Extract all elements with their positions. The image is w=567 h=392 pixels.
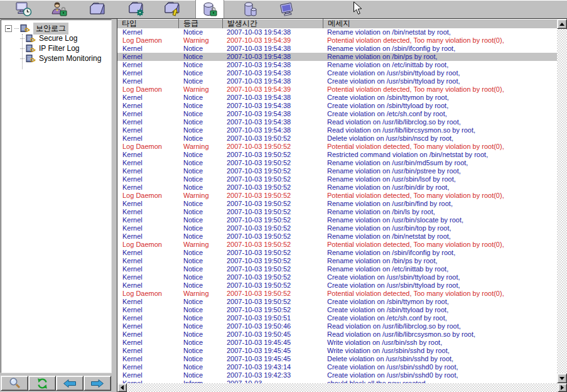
table-row[interactable]: Log DaemonWarning2007-10-03 19:54:39Pote… (117, 85, 557, 94)
table-row[interactable]: Log DaemonWarning2007-10-03 19:50:52Pote… (117, 143, 557, 151)
cell-time: 2007-10-03 19:54:38 (222, 69, 323, 77)
sidebar-item-system-monitoring[interactable]: System Monitoring (1, 53, 111, 63)
log-tree-panel: 보안로그 Secure Log IP Filter Log (1, 19, 112, 373)
cell-message: Rename violation on /usr/bin/dir by root… (323, 183, 557, 192)
cell-time: 2007-10-03 19:45:45 (222, 339, 323, 347)
table-row[interactable]: KernelNotice2007-10-03 19:50:45Read viol… (117, 330, 557, 339)
tree-collapse-box[interactable] (5, 25, 12, 32)
table-row[interactable]: KernelNotice2007-10-03 19:54:38Create vi… (117, 77, 557, 85)
scroll-left-button[interactable] (117, 383, 127, 392)
folder-icon (88, 1, 107, 18)
table-row[interactable]: KernelNotice2007-10-03 19:54:38Rename vi… (117, 28, 557, 36)
table-row[interactable]: KernelNotice2007-10-03 19:50:52Create vi… (117, 273, 557, 281)
table-row[interactable]: KernelNotice2007-10-03 19:50:52Rename vi… (117, 265, 557, 273)
cell-time: 2007-10-03 19:50:52 (222, 151, 323, 159)
column-header-type[interactable]: 타입 (117, 19, 178, 28)
toolbar-button-log-database[interactable] (195, 0, 224, 18)
table-row[interactable]: KernelNotice2007-10-03 19:50:52Rename vi… (117, 224, 557, 232)
table-row[interactable]: KernelNotice2007-10-03 19:54:38Read viol… (117, 126, 557, 134)
back-button[interactable] (56, 376, 84, 391)
horizontal-scroll-thumb[interactable] (127, 383, 509, 392)
table-row[interactable]: KernelNotice2007-10-03 19:50:46Read viol… (117, 322, 557, 330)
table-row[interactable]: KernelNotice2007-10-03 19:50:52Rename vi… (117, 167, 557, 175)
table-row[interactable]: KernelNotice2007-10-03 19:50:51Create vi… (117, 314, 557, 322)
cell-message: Create violation on /sbin/ttymon by root… (323, 298, 557, 306)
search-button[interactable] (1, 376, 28, 391)
table-row[interactable]: KernelNotice2007-10-03 19:50:52Rename vi… (117, 249, 557, 257)
table-row[interactable]: KernelNotice2007-10-03 19:50:52Create vi… (117, 298, 557, 306)
table-row[interactable]: Log DaemonWarning2007-10-03 19:54:39Pote… (117, 36, 557, 45)
table-row[interactable]: KernelNotice2007-10-03 19:54:38Read viol… (117, 118, 557, 126)
cell-type: Kernel (117, 249, 178, 257)
toolbar-button-folder[interactable] (83, 1, 112, 18)
cell-level: Notice (178, 371, 222, 379)
column-header-level[interactable]: 등급 (178, 19, 222, 28)
cell-message: Create violation on /etc/sh.conf by root… (323, 110, 557, 118)
cell-level: Notice (178, 232, 222, 241)
table-row[interactable]: KernelNotice2007-10-03 19:50:52Rename vi… (117, 208, 557, 216)
table-row[interactable]: Log DaemonWarning2007-10-03 19:50:52Pote… (117, 290, 557, 298)
sidebar-item-secure-log[interactable]: Secure Log (1, 33, 111, 43)
tree-root-label[interactable]: 보안로그 (33, 23, 68, 35)
table-row[interactable]: KernelNotice2007-10-03 19:50:52Rename vi… (117, 159, 557, 167)
cell-type: Kernel (117, 61, 178, 69)
table-row[interactable]: KernelNotice2007-10-03 19:54:38Create vi… (117, 102, 557, 110)
toolbar-button-database[interactable] (235, 1, 264, 18)
table-row[interactable]: KernelNotice2007-10-03 19:54:38Rename vi… (117, 45, 557, 53)
column-header-time[interactable]: 발생시간 (222, 19, 323, 28)
horizontal-scrollbar[interactable] (117, 383, 567, 392)
toolbar-button-user-security[interactable] (45, 1, 73, 18)
cell-time: 2007-10-03 19:50:52 (222, 306, 323, 314)
security-log-viewer: { "toolbar": { "icons": ["system-time-ic… (0, 0, 567, 392)
cell-time: 2007-10-03 19:50:52 (222, 167, 323, 175)
table-row[interactable]: KernelNotice2007-10-03 19:54:38Create vi… (117, 94, 557, 102)
vertical-scroll-thumb[interactable] (557, 55, 567, 356)
table-row[interactable]: KernelNotice2007-10-03 19:50:52Rename vi… (117, 183, 557, 192)
table-header: 타입 등급 발생시간 메세지 (117, 19, 557, 29)
toolbar-button-folder-access[interactable] (158, 1, 186, 18)
column-header-message[interactable]: 메세지 (323, 19, 557, 28)
table-row[interactable]: KernelNotice2007-10-03 19:42:33Create vi… (117, 371, 557, 379)
table-row[interactable]: KernelNotice2007-10-03 19:50:52Rename vi… (117, 232, 557, 241)
table-row[interactable]: KernelNotice2007-10-03 19:50:52Restricte… (117, 151, 557, 159)
cell-time: 2007-10-03 19:54:38 (222, 94, 323, 102)
cell-time: 2007-10-03 19:50:52 (222, 273, 323, 281)
cell-level: Notice (178, 94, 222, 102)
scroll-down-button[interactable] (557, 373, 567, 383)
table-row[interactable]: KernelNotice2007-10-03 19:50:52Create vi… (117, 306, 557, 314)
cell-message: Create violation on /sbin/ttyload by roo… (323, 306, 557, 314)
table-row[interactable]: KernelNotice2007-10-03 19:43:14Create vi… (117, 363, 557, 371)
table-row[interactable]: KernelNotice2007-10-03 19:54:38Create vi… (117, 110, 557, 118)
tree-root-security-log[interactable]: 보안로그 (1, 23, 111, 33)
table-row[interactable]: KernelNotice2007-10-03 19:50:52Rename vi… (117, 257, 557, 265)
table-row[interactable]: Log DaemonWarning2007-10-03 19:50:52Pote… (117, 192, 557, 200)
table-row[interactable]: KernelNotice2007-10-03 19:54:38Rename vi… (117, 53, 557, 61)
cell-message: Create violation on /usr/sbin/ttyload by… (323, 273, 557, 281)
table-row[interactable]: KernelNotice2007-10-03 19:45:45Write vio… (117, 339, 557, 347)
refresh-button[interactable] (28, 376, 56, 391)
cell-type: Kernel (117, 216, 178, 224)
cell-type: Kernel (117, 69, 178, 77)
toolbar-button-remote-monitor[interactable] (273, 1, 302, 18)
cell-time: 2007-10-03 19:50:52 (222, 143, 323, 151)
table-row[interactable]: KernelNotice2007-10-03 19:54:38Rename vi… (117, 61, 557, 69)
scroll-right-button[interactable] (558, 383, 567, 392)
table-row[interactable]: KernelNotice2007-10-03 19:50:52Delete vi… (117, 134, 557, 143)
tree-item-label: Secure Log (39, 34, 77, 43)
table-row[interactable]: Log DaemonWarning2007-10-03 19:50:52Pote… (117, 241, 557, 249)
toolbar-button-system-time[interactable] (9, 1, 38, 18)
cell-level: Warning (178, 85, 222, 94)
vertical-scrollbar[interactable] (557, 19, 567, 383)
table-row[interactable]: KernelNotice2007-10-03 19:45:45Delete vi… (117, 355, 557, 363)
forward-button[interactable] (84, 376, 111, 391)
table-row[interactable]: KernelNotice2007-10-03 19:54:38Create vi… (117, 69, 557, 77)
table-row[interactable]: KernelNotice2007-10-03 19:50:52Rename vi… (117, 216, 557, 224)
cell-level: Notice (178, 265, 222, 273)
toolbar-button-folder-config[interactable] (122, 1, 151, 18)
table-row[interactable]: KernelNotice2007-10-03 19:50:52Rename vi… (117, 175, 557, 183)
table-row[interactable]: KernelNotice2007-10-03 19:45:45Write vio… (117, 347, 557, 355)
scroll-up-button[interactable] (557, 19, 567, 29)
table-row[interactable]: KernelNotice2007-10-03 19:50:52Rename vi… (117, 200, 557, 208)
sidebar-item-ip-filter-log[interactable]: IP Filter Log (1, 43, 111, 53)
table-row[interactable]: KernelNotice2007-10-03 19:50:52Create vi… (117, 281, 557, 290)
